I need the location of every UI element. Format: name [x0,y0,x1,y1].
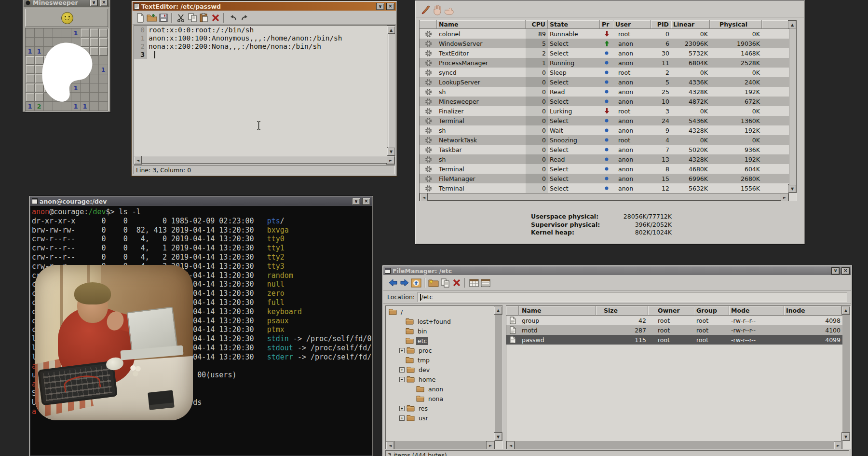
editor-line[interactable]: 2nona:x:200:200:Nona,,,:/home/nona:/bin/… [134,42,388,51]
column-header-pr[interactable]: Pr [600,20,613,29]
editor-line[interactable]: 0root:x:0:0:root:/:/bin/sh [134,26,388,34]
column-header-name[interactable]: Name [519,306,596,316]
texteditor-titlebar[interactable]: TextEditor: /etc/passwd ∨ × [133,2,396,11]
column-header-cpu[interactable]: CPU [526,20,548,29]
column-header-user[interactable]: User [613,20,651,29]
process-row-TextEditor[interactable]: TextEditor2Selectanon305732K1468K [420,48,789,58]
rollup-button[interactable]: ∨ [831,267,840,275]
process-row-Terminal[interactable]: Terminal0Selectanon245436K1360K [420,116,789,125]
texteditor-content[interactable]: 0root:x:0:0:root:/:/bin/sh1anon:x:100:10… [134,25,396,156]
process-table-vscrollbar[interactable]: ▲ ▼ [789,20,797,193]
close-button[interactable]: × [362,198,370,205]
mine-tile-hidden[interactable] [26,56,35,65]
scroll-left-button[interactable]: ◄ [386,441,394,449]
mine-tile-hidden[interactable] [26,65,35,74]
mine-tile-revealed[interactable]: 1 [26,47,35,56]
column-header-size[interactable]: Size [596,306,648,316]
process-row-sh[interactable]: sh0Readanon134328K192K [420,154,789,164]
close-button[interactable]: × [100,0,108,6]
fm-new-folder-button[interactable] [428,277,439,289]
tree-item-tmp[interactable]: tmp [387,355,495,365]
terminal-titlebar[interactable]: anon@courage:/dev ∨ × [30,197,372,206]
scroll-down-button[interactable]: ▼ [841,432,850,441]
tree-item-[interactable]: / [387,307,495,317]
process-row-sh[interactable]: sh0Waitanon94328K192K [420,125,789,135]
editor-line[interactable]: 3 [134,51,388,59]
column-header-blank[interactable] [420,20,437,29]
mine-tile-hidden[interactable] [81,28,90,38]
process-row-FileManager[interactable]: FileManager0Selectanon156996K2680K [420,174,789,183]
tree-item-home[interactable]: −home [387,374,495,384]
scroll-down-button[interactable]: ▼ [494,432,502,441]
expand-plus-icon[interactable]: + [399,415,405,421]
mine-tile-hidden[interactable] [26,83,35,93]
editor-cut-scissors-button[interactable] [175,12,187,24]
tree-item-proc[interactable]: +proc [387,345,495,355]
file-row-motd[interactable]: motd287rootroot-rw-r--r--4100 [506,325,842,335]
column-header-name[interactable]: Name [437,20,526,29]
column-header-physical[interactable]: Physical [710,20,762,29]
editor-open-folder-button[interactable] [146,12,158,24]
pm-hand-point-button[interactable] [443,4,455,16]
filemanager-window[interactable]: FileManager: /etc ∨ × Location: /etc /lo… [382,265,853,456]
scroll-right-button[interactable]: ► [834,441,842,449]
column-header-linear[interactable]: Linear [671,20,710,29]
pm-paint-brush-button[interactable] [420,4,432,16]
process-row-syncd[interactable]: syncd0Sleeproot20K0K [420,68,789,77]
mine-tile-hidden[interactable] [90,28,99,38]
column-header-blank[interactable] [762,20,789,29]
mine-tile-hidden[interactable] [26,93,35,102]
column-header-mode[interactable]: Mode [729,306,784,316]
scroll-right-button[interactable]: ► [780,193,789,201]
scroll-down-button[interactable]: ▼ [788,184,797,193]
tree-item-dev[interactable]: +dev [387,365,495,374]
mine-tile-hidden[interactable] [99,28,108,38]
pm-hand-stop-button[interactable] [432,4,443,16]
rollup-button[interactable]: ∨ [90,0,98,6]
process-row-Terminal[interactable]: Terminal0Selectanon84680K604K [420,164,789,174]
editor-vscrollbar[interactable]: ▲ ▼ [388,26,395,156]
editor-new-file-button[interactable] [135,12,146,24]
process-row-WindowServer[interactable]: WindowServer5Selectanon623096K19036K [420,39,789,48]
fm-list-view-button[interactable] [480,277,491,289]
filemanager-titlebar[interactable]: FileManager: /etc ∨ × [383,266,851,275]
tree-item-lostfound[interactable]: lost+found [387,317,495,326]
mine-tile-revealed[interactable] [53,28,62,38]
scroll-thumb[interactable] [789,28,797,185]
tree-item-etc[interactable]: etc [387,336,495,345]
mine-tile-revealed[interactable] [26,38,35,47]
collapse-minus-icon[interactable]: − [399,377,405,382]
smiley-face-button[interactable] [61,12,73,24]
mine-tile-revealed[interactable] [62,28,71,38]
close-button[interactable]: × [386,3,394,10]
texteditor-window[interactable]: TextEditor: /etc/passwd ∨ × 0root:x:0:0:… [131,0,397,177]
file-row-passwd[interactable]: passwd115rootroot-rw-r--r--4099 [506,335,842,345]
scroll-thumb[interactable] [141,156,387,164]
process-row-ProcessManager[interactable]: ProcessManager1Runninganon116804K2528K [420,58,789,68]
scroll-right-button[interactable]: ► [386,156,395,165]
fm-folder-up-button[interactable] [410,277,422,289]
scroll-left-button[interactable]: ◄ [506,441,515,449]
mine-tile-revealed[interactable]: 1 [26,102,35,111]
editor-redo-button[interactable] [239,12,250,24]
editor-paste-clipboard-button[interactable] [198,12,210,24]
editor-delete-red-x-button[interactable] [210,12,221,24]
process-row-Finalizer[interactable]: Finalizer0Lurkingroot30K0K [420,106,789,116]
mine-tile-revealed[interactable] [26,28,35,38]
process-row-LookupServer[interactable]: LookupServer0Selectanon54336K240K [420,77,789,87]
location-input[interactable]: /etc [418,292,847,302]
scroll-up-button[interactable]: ▲ [841,306,850,315]
fm-back-arrow-button[interactable] [387,277,399,289]
process-row-Taskbar[interactable]: Taskbar0Selectanon75020K936K [420,145,789,154]
mine-tile-revealed[interactable] [44,28,53,38]
mine-tile-revealed[interactable] [35,28,44,38]
tree-vscrollbar[interactable]: ▲ ▼ [495,306,502,441]
minesweeper-titlebar[interactable]: Minesweeper ∨ × [24,0,109,7]
tree-item-usr[interactable]: +usr [387,413,495,423]
column-header-inode[interactable]: Inode [784,306,842,316]
tree-item-res[interactable]: +res [387,403,495,413]
rollup-button[interactable]: ∨ [376,3,384,10]
column-header-owner[interactable]: Owner [648,306,694,316]
fm-grid-view-button[interactable] [468,277,480,289]
close-button[interactable]: × [841,267,850,275]
